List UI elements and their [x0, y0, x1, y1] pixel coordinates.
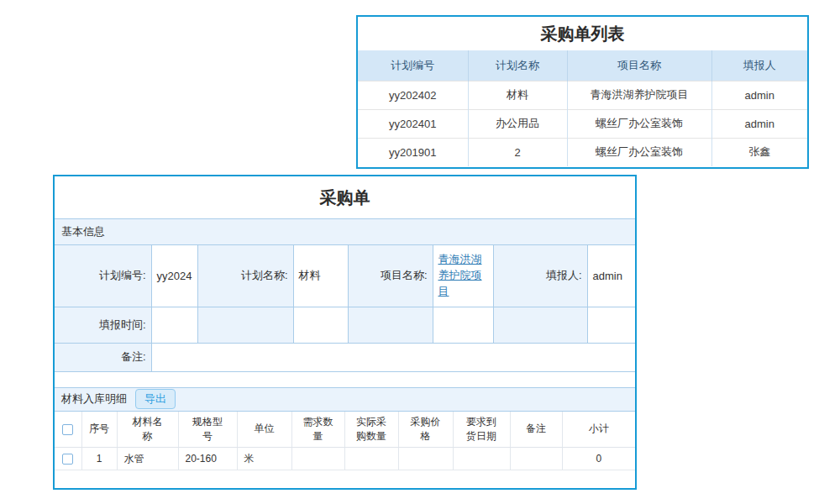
cell-unit: 米 — [237, 448, 291, 470]
purchase-order-form-panel: 采购单 基本信息 计划编号: yy2024 计划名称: 材料 项目名称: 青海洪… — [53, 175, 637, 490]
cell-subtotal: 0 — [562, 448, 635, 470]
column-header-reporter: 填报人 — [711, 50, 807, 81]
purchase-order-list-table: 计划编号 计划名称 项目名称 填报人 yy202402 材料 青海洪湖养护院项目… — [358, 50, 807, 166]
detail-table-row: 1 水管 20-160 米 0 — [55, 448, 635, 470]
plan-name-label: 计划名称: — [197, 245, 293, 307]
plan-no-label: 计划编号: — [55, 245, 151, 307]
material-detail-section-header: 材料入库明细 导出 — [55, 387, 635, 412]
remark-value — [151, 343, 635, 371]
column-header-due-date: 要求到货日期 — [453, 412, 510, 448]
remark-label: 备注: — [55, 343, 151, 371]
cell-project: 螺丝厂办公室装饰 — [567, 109, 711, 138]
purchase-order-list-panel: 采购单列表 计划编号 计划名称 项目名称 填报人 yy202402 材料 青海洪… — [356, 15, 809, 169]
column-header-unit: 单位 — [237, 412, 291, 448]
column-header-remark: 备注 — [510, 412, 562, 448]
basic-info-row-2: 填报时间: — [55, 307, 635, 343]
cell-project: 青海洪湖养护院项目 — [567, 81, 711, 109]
cell-material: 水管 — [117, 448, 178, 470]
cell-project: 螺丝厂办公室装饰 — [567, 138, 711, 166]
basic-info-row-1: 计划编号: yy2024 计划名称: 材料 项目名称: 青海洪湖养护院项目 填报… — [55, 245, 635, 307]
fill-time-label: 填报时间: — [55, 307, 151, 343]
cell-actual-qty — [344, 448, 398, 470]
material-detail-table: 序号 材料名称 规格型号 单位 需求数量 实际采购数量 采购价格 要求到货日期 … — [55, 412, 635, 471]
column-header-seq: 序号 — [81, 412, 117, 448]
reporter-value: admin — [587, 245, 635, 307]
cell-plan-no: yy202401 — [358, 109, 468, 138]
fill-time-value — [151, 307, 197, 343]
row-select-cell — [55, 448, 81, 470]
column-header-subtotal: 小计 — [562, 412, 635, 448]
table-row[interactable]: yy202402 材料 青海洪湖养护院项目 admin — [358, 81, 807, 109]
table-row[interactable]: yy201901 2 螺丝厂办公室装饰 张鑫 — [358, 138, 807, 166]
table-row[interactable]: yy202401 办公用品 螺丝厂办公室装饰 admin — [358, 109, 807, 138]
cell-spec: 20-160 — [178, 448, 237, 470]
export-button[interactable]: 导出 — [135, 389, 176, 409]
column-header-spec: 规格型号 — [178, 412, 237, 448]
basic-info-row-3: 备注: — [55, 343, 635, 371]
column-header-demand-qty: 需求数量 — [291, 412, 344, 448]
column-header-price: 采购价格 — [398, 412, 453, 448]
cell-seq: 1 — [81, 448, 117, 470]
cell-remark — [510, 448, 562, 470]
select-all-cell — [55, 412, 81, 448]
column-header-project: 项目名称 — [567, 50, 711, 81]
cell-reporter: admin — [711, 81, 807, 109]
project-label: 项目名称: — [348, 245, 433, 307]
reporter-label: 填报人: — [493, 245, 587, 307]
basic-info-table: 计划编号: yy2024 计划名称: 材料 项目名称: 青海洪湖养护院项目 填报… — [55, 245, 635, 372]
cell-plan-name: 办公用品 — [468, 109, 567, 138]
column-header-material: 材料名称 — [117, 412, 178, 448]
cell-price — [398, 448, 453, 470]
plan-no-value: yy2024 — [151, 245, 197, 307]
cell-due-date — [453, 448, 510, 470]
material-detail-section-title: 材料入库明细 — [61, 391, 127, 407]
select-all-checkbox[interactable] — [62, 424, 73, 435]
cell-demand-qty — [291, 448, 344, 470]
detail-header-row: 序号 材料名称 规格型号 单位 需求数量 实际采购数量 采购价格 要求到货日期 … — [55, 412, 635, 448]
cell-plan-no: yy202402 — [358, 81, 468, 109]
cell-reporter: 张鑫 — [711, 138, 807, 166]
plan-name-value: 材料 — [293, 245, 348, 307]
list-header-row: 计划编号 计划名称 项目名称 填报人 — [358, 50, 807, 81]
cell-plan-name: 材料 — [468, 81, 567, 109]
column-header-actual-qty: 实际采购数量 — [344, 412, 398, 448]
project-link[interactable]: 青海洪湖养护院项目 — [438, 253, 482, 297]
column-header-plan-no: 计划编号 — [358, 50, 468, 81]
basic-info-section-title: 基本信息 — [61, 224, 105, 239]
cell-plan-no: yy201901 — [358, 138, 468, 166]
cell-plan-name: 2 — [468, 138, 567, 166]
basic-info-section-header: 基本信息 — [55, 218, 635, 245]
form-panel-title: 采购单 — [55, 176, 635, 218]
cell-reporter: admin — [711, 109, 807, 138]
material-detail-section: 材料入库明细 导出 序号 材料名称 规格型号 单位 需求数量 实际采购数量 采购… — [55, 387, 635, 471]
column-header-plan-name: 计划名称 — [468, 50, 567, 81]
row-checkbox[interactable] — [62, 454, 73, 465]
list-panel-title: 采购单列表 — [358, 17, 807, 50]
